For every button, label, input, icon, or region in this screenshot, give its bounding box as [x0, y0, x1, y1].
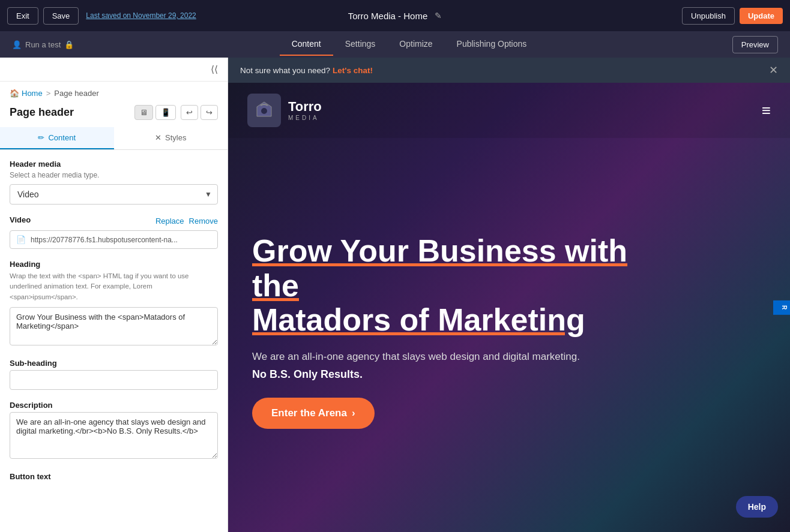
video-label: Video	[10, 215, 31, 224]
update-button[interactable]: Update	[740, 8, 783, 24]
tab-panel-styles[interactable]: ✕ Styles	[114, 127, 228, 149]
person-icon: 👤	[12, 40, 22, 49]
subheading-group: Sub-heading	[10, 359, 218, 390]
description-textarea[interactable]: We are an all-in-one agency that slays w…	[10, 412, 218, 459]
left-panel: ⟨⟨ 🏠 Home > Page header Page header 🖥 📱 …	[0, 58, 228, 532]
canvas-area: Not sure what you need? Let's chat! ✕	[228, 58, 790, 532]
page-title: Torro Media - Home	[348, 11, 428, 21]
styles-tab-icon: ✕	[155, 133, 161, 142]
undo-button[interactable]: ↩	[181, 105, 198, 120]
banner-message: Not sure what you need?	[240, 66, 330, 75]
header-media-label: Header media	[10, 160, 218, 169]
main-layout: ⟨⟨ 🏠 Home > Page header Page header 🖥 📱 …	[0, 58, 790, 532]
edit-title-icon[interactable]: ✎	[435, 11, 442, 20]
button-text-group: Button text	[10, 472, 218, 481]
banner-link[interactable]: Let's chat!	[333, 66, 373, 75]
panel-collapse-button[interactable]: ⟨⟨	[211, 64, 218, 75]
replace-video-button[interactable]: Replace	[155, 217, 184, 226]
hero-description-bold: No B.S. Only Results.	[252, 368, 660, 381]
logo-text-block: Torro MEDIA	[288, 100, 322, 121]
mobile-view-button[interactable]: 📱	[155, 105, 176, 120]
styles-tab-label: Styles	[165, 133, 186, 142]
redo-button[interactable]: ↪	[201, 105, 218, 120]
topbar-center: Torro Media - Home ✎	[348, 11, 442, 21]
header-media-group: Header media Select a header media type.…	[10, 160, 218, 205]
nav-tabs: 👤 Run a test 🔒 Content Settings Optimize…	[0, 31, 790, 58]
nav-right: Preview	[732, 36, 778, 53]
banner-close-button[interactable]: ✕	[769, 64, 778, 77]
run-test-label[interactable]: Run a test	[25, 40, 61, 49]
panel-body: Header media Select a header media type.…	[0, 150, 228, 532]
hero-section: Grow Your Business with the Matadors of …	[228, 83, 790, 532]
lock-icon: 🔒	[64, 40, 74, 49]
hamburger-menu-icon[interactable]: ≡	[762, 101, 771, 120]
breadcrumb-home[interactable]: 🏠 Home	[10, 89, 43, 98]
view-toggle: 🖥 📱	[134, 105, 176, 120]
breadcrumb-home-label: Home	[22, 89, 43, 98]
heading-helper: Wrap the text with the <span> HTML tag i…	[10, 271, 218, 302]
hero-cta-label: Enter the Arena	[271, 407, 347, 419]
hero-heading: Grow Your Business with the Matadors of …	[252, 234, 660, 337]
hero-content: Grow Your Business with the Matadors of …	[252, 234, 660, 428]
nav-center-tabs: Content Settings Optimize Publishing Opt…	[86, 33, 732, 56]
tab-panel-content[interactable]: ✏ Content	[0, 127, 114, 149]
header-media-select[interactable]: Video None Image	[10, 184, 218, 205]
hero-description: We are an all-in-one agency that slays w…	[252, 349, 660, 365]
hero-heading-line2: Matadors of Marketing	[252, 302, 585, 337]
last-saved-label: Last saved on November 29, 2022	[86, 11, 196, 20]
svg-point-1	[261, 108, 267, 114]
heading-textarea[interactable]: Grow Your Business with the <span>Matado…	[10, 307, 218, 345]
banner-text: Not sure what you need? Let's chat!	[240, 66, 373, 75]
logo-subname: MEDIA	[288, 115, 322, 121]
tab-publishing-options[interactable]: Publishing Options	[445, 33, 539, 56]
tab-content[interactable]: Content	[280, 33, 333, 56]
desktop-view-button[interactable]: 🖥	[134, 105, 153, 120]
file-icon: 📄	[16, 235, 26, 244]
logo-icon	[247, 94, 281, 127]
content-tab-label: Content	[48, 133, 76, 142]
site-preview: Torro MEDIA ≡ Grow Your Business with th…	[228, 83, 790, 532]
info-banner: Not sure what you need? Let's chat! ✕	[228, 58, 790, 83]
video-field-header: Video Replace Remove	[10, 215, 218, 227]
breadcrumb: 🏠 Home > Page header	[0, 82, 228, 103]
subheading-input[interactable]	[10, 370, 218, 390]
heading-label: Heading	[10, 260, 218, 269]
description-group: Description We are an all-in-one agency …	[10, 401, 218, 461]
exit-button[interactable]: Exit	[7, 7, 38, 25]
subheading-label: Sub-heading	[10, 359, 218, 368]
logo-name: Torro	[288, 100, 322, 114]
video-group: Video Replace Remove 📄 https://20778776.…	[10, 215, 218, 249]
panel-header: ⟨⟨	[0, 58, 228, 82]
hero-cta-icon: ›	[352, 407, 355, 419]
panel-page-title: Page header	[10, 106, 74, 119]
breadcrumb-separator: >	[46, 89, 51, 98]
content-style-tabs: ✏ Content ✕ Styles	[0, 127, 228, 150]
heading-group: Heading Wrap the text with the <span> HT…	[10, 260, 218, 348]
tab-settings[interactable]: Settings	[333, 33, 388, 56]
breadcrumb-current: Page header	[54, 89, 98, 98]
video-url-box: 📄 https://20778776.fs1.hubspotuserconten…	[10, 230, 218, 249]
header-media-sublabel: Select a header media type.	[10, 171, 218, 179]
run-test-area: 👤 Run a test 🔒	[12, 40, 74, 49]
topbar: Exit Save Last saved on November 29, 202…	[0, 0, 790, 31]
site-logo: Torro MEDIA	[247, 94, 322, 127]
preview-button[interactable]: Preview	[732, 36, 778, 53]
video-actions: Replace Remove	[155, 217, 218, 226]
remove-video-button[interactable]: Remove	[189, 217, 218, 226]
help-button[interactable]: Help	[736, 496, 778, 518]
topbar-right: Unpublish Update	[682, 7, 783, 25]
save-button[interactable]: Save	[43, 7, 79, 25]
site-header: Torro MEDIA ≡	[228, 83, 790, 138]
unpublish-button[interactable]: Unpublish	[682, 7, 735, 25]
description-label: Description	[10, 401, 218, 410]
tab-optimize[interactable]: Optimize	[387, 33, 444, 56]
button-text-label: Button text	[10, 472, 218, 481]
header-media-select-wrapper: Video None Image ▼	[10, 184, 218, 205]
undo-redo: ↩ ↪	[181, 105, 218, 120]
topbar-left: Exit Save Last saved on November 29, 202…	[7, 7, 196, 25]
video-url-text: https://20778776.fs1.hubspotusercontent-…	[31, 236, 178, 244]
content-tab-icon: ✏	[38, 133, 44, 142]
hero-cta-button[interactable]: Enter the Arena ›	[252, 398, 375, 429]
robly-badge[interactable]: R	[773, 300, 790, 314]
hero-heading-line1: Grow Your Business with the	[252, 233, 627, 302]
